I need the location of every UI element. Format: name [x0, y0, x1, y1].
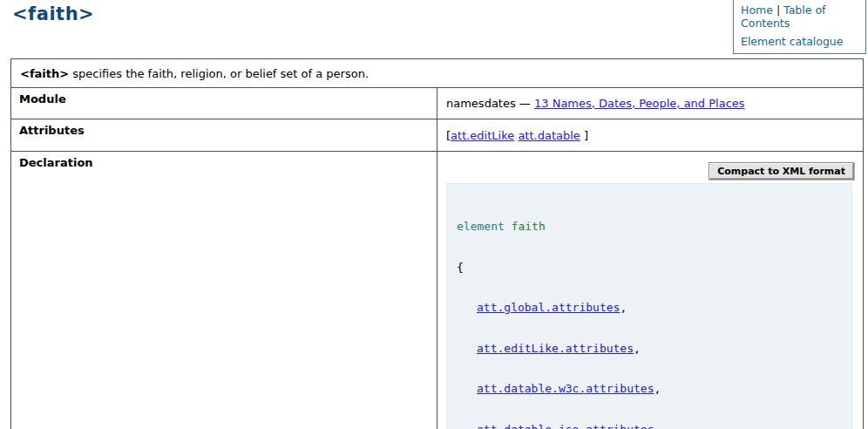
nav-separator: | [776, 3, 780, 17]
code-comma: , [654, 423, 661, 429]
description-element-name: <faith> [20, 67, 69, 80]
code-comma: , [634, 342, 641, 355]
att-datable-link[interactable]: att.datable [518, 129, 580, 142]
att-editlike-attributes-link[interactable]: att.editLike.attributes [477, 342, 634, 355]
description-cell: <faith> specifies the faith, religion, o… [11, 59, 864, 88]
module-row: Module namesdates — 13 Names, Dates, Peo… [11, 88, 864, 119]
page-title: <faith> [12, 3, 94, 24]
declaration-cell: Compact to XML format element faith { at… [437, 152, 864, 429]
description-row: <faith> specifies the faith, religion, o… [11, 59, 864, 88]
nav-line-1: Home | Table of Contents [741, 4, 858, 30]
module-prefix: namesdates — [446, 97, 534, 110]
code-line-member: att.global.attributes, [457, 301, 844, 315]
att-datable-iso-attributes-link[interactable]: att.datable.iso.attributes [477, 423, 654, 429]
description-text: specifies the faith, religion, or belief… [69, 67, 369, 80]
code-line-element: element faith [457, 220, 844, 234]
declaration-button-row: Compact to XML format [446, 162, 854, 181]
module-value-cell: namesdates — 13 Names, Dates, People, an… [437, 88, 864, 119]
home-link[interactable]: Home [741, 3, 773, 17]
code-line-member: att.editLike.attributes, [457, 342, 844, 356]
element-catalogue-link[interactable]: Element catalogue [741, 35, 844, 48]
top-nav-box: Home | Table of Contents Element catalog… [733, 0, 866, 54]
code-line-member: att.datable.iso.attributes, [457, 423, 844, 429]
attributes-value-cell: [att.editLike att.datable ] [437, 119, 864, 152]
module-chapter-link[interactable]: 13 Names, Dates, People, and Places [534, 97, 745, 110]
code-keyword: element [457, 220, 505, 233]
att-editlike-link[interactable]: att.editLike [451, 129, 514, 142]
compact-to-xml-button[interactable]: Compact to XML format [709, 162, 854, 180]
att-global-attributes-link[interactable]: att.global.attributes [477, 301, 620, 314]
nav-line-2: Element catalogue [741, 36, 858, 49]
attributes-label: Attributes [11, 119, 437, 152]
code-comma: , [654, 382, 661, 395]
declaration-row: Declaration Compact to XML format elemen… [11, 152, 864, 429]
attributes-row: Attributes [att.editLike att.datable ] [11, 119, 864, 152]
code-line-open-brace: { [457, 261, 844, 275]
code-element-name: faith [512, 220, 546, 233]
att-datable-w3c-attributes-link[interactable]: att.datable.w3c.attributes [477, 382, 654, 395]
declaration-label: Declaration [11, 152, 437, 429]
code-comma: , [620, 301, 627, 314]
declaration-code-block: element faith { att.global.attributes, a… [446, 183, 852, 429]
module-label: Module [11, 88, 437, 119]
element-doc-table: <faith> specifies the faith, religion, o… [10, 58, 864, 429]
code-line-member: att.datable.w3c.attributes, [457, 382, 844, 396]
attributes-close-bracket: ] [580, 129, 588, 142]
